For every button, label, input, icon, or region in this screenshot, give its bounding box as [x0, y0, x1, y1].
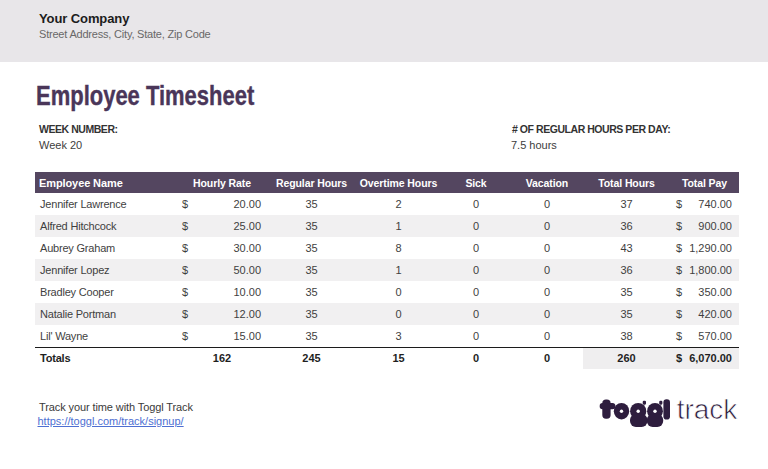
- svg-text:track: track: [677, 395, 739, 425]
